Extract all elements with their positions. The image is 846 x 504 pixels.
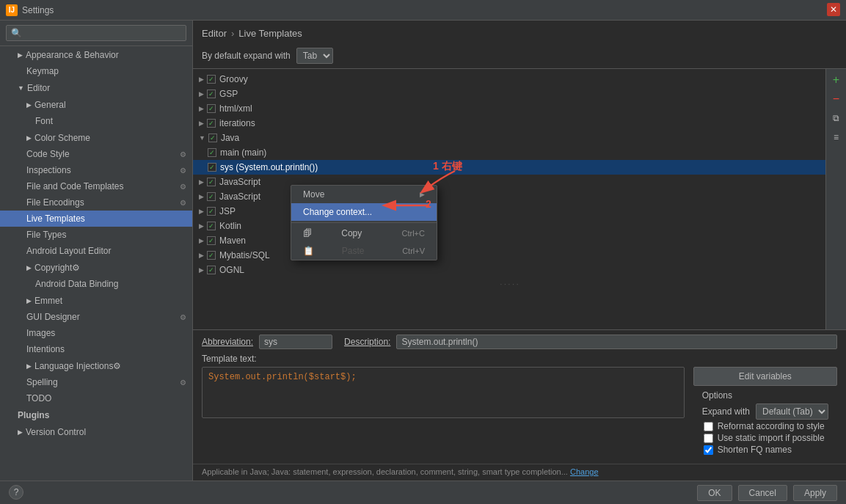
sidebar-item-intentions[interactable]: Intentions xyxy=(0,341,192,357)
sidebar-item-android-data-binding[interactable]: Android Data Binding xyxy=(0,276,192,292)
tree-item-label: Mybatis/SQL xyxy=(219,250,270,260)
tree-item-htmlxml[interactable]: ▶ html/xml xyxy=(193,101,825,116)
sidebar-item-file-code-templates[interactable]: File and Code Templates ⚙ xyxy=(0,178,192,194)
arrow-icon: ▶ xyxy=(26,362,32,370)
group-checkbox[interactable] xyxy=(207,90,216,98)
sidebar-item-appearance[interactable]: ▶ Appearance & Behavior xyxy=(0,46,192,63)
group-checkbox[interactable] xyxy=(207,104,216,113)
sidebar-item-live-templates[interactable]: Live Templates xyxy=(0,211,192,227)
tree-item-kotlin[interactable]: ▶ Kotlin xyxy=(193,219,825,233)
search-input[interactable] xyxy=(6,25,186,41)
submenu-arrow-icon: ▶ xyxy=(420,191,425,198)
expand-select[interactable]: Tab xyxy=(296,48,333,64)
sidebar-item-emmet[interactable]: ▶ Emmet xyxy=(0,292,192,309)
app-icon: IJ xyxy=(6,4,18,16)
tree-item-javascript2[interactable]: ▶ JavaScript xyxy=(193,189,825,204)
static-import-checkbox[interactable] xyxy=(704,434,713,443)
group-checkbox[interactable] xyxy=(207,266,216,274)
group-checkbox[interactable] xyxy=(207,222,216,230)
group-checkbox[interactable] xyxy=(207,251,216,260)
reformat-checkbox[interactable] xyxy=(704,422,713,431)
context-menu-move[interactable]: Move ▶ xyxy=(291,186,437,203)
expand-with-select[interactable]: Default (Tab) xyxy=(756,403,828,420)
sidebar-item-font[interactable]: Font xyxy=(0,113,192,129)
apply-button[interactable]: Apply xyxy=(793,485,837,501)
add-button[interactable]: + xyxy=(828,72,845,88)
tree-item-java-main[interactable]: main (main) xyxy=(193,145,825,160)
sidebar-item-label: Version Control xyxy=(26,427,86,437)
tree-item-mybatis[interactable]: ▶ Mybatis/SQL xyxy=(193,248,825,263)
expand-with-row: Expand with Default (Tab) xyxy=(702,403,828,420)
settings-badge-icon: ⚙ xyxy=(180,313,186,321)
tree-item-jsp[interactable]: ▶ JSP xyxy=(193,204,825,219)
sidebar-item-code-style[interactable]: Code Style ⚙ xyxy=(0,146,192,162)
abbreviation-input[interactable] xyxy=(259,335,332,349)
context-menu-change-context-label: Change context... xyxy=(303,207,372,217)
sidebar-item-general[interactable]: ▶ General xyxy=(0,96,192,113)
sidebar-item-editor[interactable]: ▼ Editor xyxy=(0,79,192,96)
sidebar-item-version-control[interactable]: ▶ Version Control xyxy=(0,423,192,440)
tree-item-ognl[interactable]: ▶ OGNL xyxy=(193,263,825,277)
reformat-label: Reformat according to style xyxy=(718,421,825,431)
arrow-icon: ▶ xyxy=(18,51,23,59)
arrow-icon: ▶ xyxy=(26,101,32,109)
sidebar-item-todo[interactable]: TODO xyxy=(0,390,192,406)
context-menu-copy[interactable]: 🗐 Copy Ctrl+C xyxy=(291,224,437,242)
collapse-arrow-icon: ▶ xyxy=(199,193,204,200)
tree-item-groovy[interactable]: ▶ Groovy xyxy=(193,72,825,87)
cancel-button[interactable]: Cancel xyxy=(738,485,787,501)
group-checkbox[interactable] xyxy=(207,192,216,201)
group-checkbox[interactable] xyxy=(208,134,217,142)
group-checkbox[interactable] xyxy=(207,236,216,245)
breadcrumb-editor: Editor xyxy=(202,28,227,39)
context-menu-copy-label: Copy xyxy=(341,228,362,238)
arrow-icon: ▶ xyxy=(26,134,32,142)
tree-item-label: Maven xyxy=(219,235,246,246)
help-button[interactable]: ? xyxy=(9,485,23,500)
sidebar-search-area xyxy=(0,21,192,46)
sidebar-item-inspections[interactable]: Inspections ⚙ xyxy=(0,162,192,178)
template-code: System.out.println($start$); xyxy=(208,372,357,382)
right-action-buttons: + − ⧉ ≡ xyxy=(825,69,846,329)
description-input[interactable] xyxy=(396,335,837,349)
ok-button[interactable]: OK xyxy=(697,485,732,501)
collapse-arrow-icon: ▶ xyxy=(199,252,204,259)
sidebar-item-file-encodings[interactable]: File Encodings ⚙ xyxy=(0,194,192,211)
sidebar-item-label: File Encodings xyxy=(26,197,84,208)
sidebar-item-images[interactable]: Images xyxy=(0,325,192,341)
tree-item-maven[interactable]: ▶ Maven xyxy=(193,233,825,248)
template-editor[interactable]: System.out.println($start$); xyxy=(202,367,685,418)
item-checkbox[interactable] xyxy=(208,163,216,172)
edit-variables-button[interactable]: Edit variables xyxy=(693,367,837,386)
group-checkbox[interactable] xyxy=(207,119,216,128)
tree-item-iterations[interactable]: ▶ iterations xyxy=(193,116,825,131)
tree-item-javascript1[interactable]: ▶ JavaScript xyxy=(193,175,825,189)
tree-item-java-sys[interactable]: sys (System.out.println()) xyxy=(193,160,825,175)
shorten-fq-checkbox[interactable] xyxy=(704,445,713,455)
group-checkbox[interactable] xyxy=(207,75,216,84)
sidebar-item-copyright[interactable]: ▶ Copyright ⚙ xyxy=(0,259,192,276)
menu-button[interactable]: ≡ xyxy=(828,129,845,145)
tree-item-java[interactable]: ▼ Java xyxy=(193,131,825,145)
sidebar-item-gui-designer[interactable]: GUI Designer ⚙ xyxy=(0,309,192,325)
static-import-row: Use static import if possible xyxy=(702,433,828,443)
sidebar-item-android-layout-editor[interactable]: Android Layout Editor xyxy=(0,243,192,259)
context-menu-change-context[interactable]: Change context... xyxy=(291,203,437,221)
copy-shortcut: Ctrl+C xyxy=(402,229,425,238)
sidebar-item-spelling[interactable]: Spelling ⚙ xyxy=(0,374,192,390)
change-link[interactable]: Change xyxy=(570,467,599,476)
group-checkbox[interactable] xyxy=(207,178,216,186)
close-button[interactable]: ✕ xyxy=(827,3,840,16)
remove-button[interactable]: − xyxy=(828,91,845,107)
sidebar-item-label: Copyright xyxy=(34,263,72,273)
tree-item-label: Groovy xyxy=(219,74,248,84)
item-checkbox[interactable] xyxy=(208,148,216,157)
sidebar-item-language-injections[interactable]: ▶ Language Injections ⚙ xyxy=(0,357,192,374)
copy-button[interactable]: ⧉ xyxy=(828,110,845,126)
tree-item-gsp[interactable]: ▶ GSP xyxy=(193,87,825,101)
group-checkbox[interactable] xyxy=(207,207,216,216)
sidebar-item-keymap[interactable]: Keymap xyxy=(0,63,192,79)
sidebar-item-file-types[interactable]: File Types xyxy=(0,227,192,243)
sidebar-item-plugins[interactable]: Plugins xyxy=(0,406,192,423)
sidebar-item-color-scheme[interactable]: ▶ Color Scheme xyxy=(0,129,192,146)
